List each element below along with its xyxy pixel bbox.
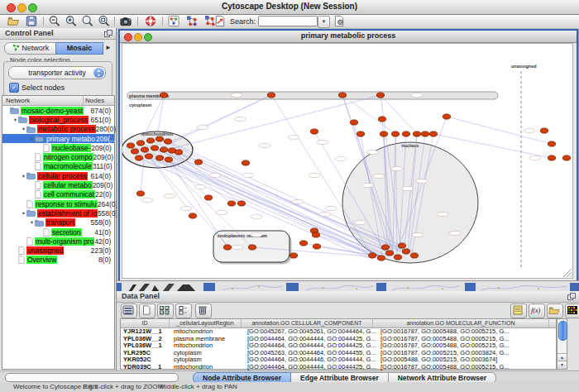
table-cell[interactable]: [GO:0016787, GO:0005488, GO:0005215, G..…: [378, 328, 556, 336]
tab-network[interactable]: Network: [4, 42, 57, 55]
network-node[interactable]: [421, 131, 428, 136]
network-node[interactable]: [127, 143, 134, 148]
compartment-plasma-membrane[interactable]: [127, 92, 498, 99]
preferences-icon[interactable]: [333, 15, 346, 27]
network-node[interactable]: [376, 93, 384, 98]
table-cell[interactable]: [GO:0044464, GO:0044444, GO:0044425, G..…: [245, 336, 378, 343]
table-cell[interactable]: YPL036W__1: [121, 342, 171, 350]
network-node[interactable]: [141, 147, 148, 152]
float-panel-icon[interactable]: [567, 293, 575, 300]
column-selector-icon[interactable]: [121, 304, 137, 318]
tree-row[interactable]: macromolecule311(0): [2, 162, 114, 171]
network-node[interactable]: [443, 114, 450, 119]
network-tree-header[interactable]: Network Nodes: [2, 96, 114, 106]
network-node[interactable]: [136, 141, 144, 146]
network-node[interactable]: [299, 241, 307, 246]
table-row[interactable]: YPL036W__1mitochondrion[GO:0044464, GO:0…: [121, 342, 556, 350]
network-node[interactable]: [402, 131, 409, 136]
tree-row[interactable]: cell communicat22(0): [2, 190, 114, 199]
table-row[interactable]: YPL036W__2plasma membrane[GO:0044464, GO…: [121, 336, 556, 343]
snapshot-icon[interactable]: [119, 15, 132, 27]
tree-row[interactable]: cellular metabo209(0): [2, 180, 114, 189]
tree-row[interactable]: ▼transport558(0): [2, 218, 114, 227]
network-node[interactable]: [394, 255, 401, 260]
network-node[interactable]: [227, 201, 235, 206]
table-cell[interactable]: [GO:0044464, GO:0044444, GO:0044425, G..…: [245, 342, 378, 350]
table-column-header[interactable]: annotation.GO MOLECULAR_FUNCTION: [373, 319, 549, 327]
tree-expand-icon[interactable]: ▼: [21, 127, 26, 131]
network-node[interactable]: [410, 253, 418, 258]
tree-expand-icon[interactable]: ▼: [12, 117, 18, 122]
table-cell[interactable]: mitochondrion: [171, 328, 245, 336]
tree-row[interactable]: ▼metabolic process280(0): [2, 125, 114, 134]
attribute-editor-icon[interactable]: [510, 304, 527, 318]
network-node[interactable]: [338, 93, 346, 98]
tree-row[interactable]: ▼cellular process614(0): [2, 171, 114, 180]
network-node[interactable]: [378, 117, 385, 122]
network-node[interactable]: [312, 232, 319, 237]
zoom-out-icon[interactable]: [48, 15, 61, 27]
network-node[interactable]: [160, 93, 167, 98]
zoom-selected-icon[interactable]: [81, 15, 94, 27]
network-node[interactable]: [377, 256, 385, 261]
network-node[interactable]: [151, 146, 158, 151]
table-cell[interactable]: [GO:0016787, GO:0005488, GO:0005215, G..…: [378, 342, 556, 350]
table-cell[interactable]: YPL036W__2: [121, 336, 171, 343]
network-node[interactable]: [146, 138, 154, 143]
tree-expand-icon[interactable]: ▼: [29, 136, 35, 141]
tree-row[interactable]: Overview8(0): [2, 256, 114, 265]
network-node[interactable]: [381, 245, 389, 250]
tab-overflow-arrow-icon[interactable]: ►: [105, 44, 112, 51]
network-node[interactable]: [548, 141, 555, 146]
network-node[interactable]: [223, 245, 231, 250]
network-node[interactable]: [402, 249, 409, 254]
tree-row[interactable]: nitrogen compo209(0): [2, 152, 114, 161]
formula-builder-icon[interactable]: f(x): [529, 304, 545, 318]
network-window-titlebar[interactable]: primary metabolic process: [120, 31, 577, 43]
float-panel-icon[interactable]: [104, 30, 112, 37]
table-row[interactable]: YKR052Ccytoplasm[GO:0044464, GO:0044446,…: [121, 356, 556, 364]
search-input[interactable]: [258, 16, 318, 26]
table-row[interactable]: YLR295Ccytoplasm[GO:0045263, GO:0044464,…: [121, 350, 556, 357]
annotation-icon[interactable]: [213, 15, 227, 27]
tree-row[interactable]: ▼primary metabo209(...: [2, 134, 114, 143]
help-icon[interactable]: [144, 15, 157, 27]
open-session-icon[interactable]: [7, 15, 20, 27]
zoom-in-icon[interactable]: [65, 15, 78, 27]
background-windows[interactable]: [117, 280, 579, 292]
network-node[interactable]: [267, 93, 275, 98]
network-node[interactable]: [156, 136, 163, 141]
layout-organic-icon[interactable]: [185, 15, 199, 27]
delete-attribute-icon[interactable]: [195, 304, 212, 318]
network-node[interactable]: [189, 213, 196, 218]
select-all-attributes-icon[interactable]: [157, 304, 174, 318]
network-node[interactable]: [290, 253, 297, 258]
network-edge[interactable]: [380, 95, 417, 134]
search-dropdown-icon[interactable]: ▼: [318, 16, 330, 28]
table-row[interactable]: YJR121W__1mitochondrion[GO:0045267, GO:0…: [121, 328, 556, 336]
table-column-header[interactable]: ID: [121, 319, 170, 327]
network-node[interactable]: [313, 244, 320, 249]
network-node[interactable]: [350, 120, 357, 125]
network-node[interactable]: [356, 131, 364, 136]
tree-row[interactable]: nucleobase-209(0): [2, 143, 114, 152]
network-node[interactable]: [310, 129, 318, 134]
table-cell[interactable]: [GO:0016787, GO:0005488, GO:0005215, G..…: [378, 336, 556, 343]
tree-expand-icon[interactable]: ▼: [21, 211, 26, 216]
network-view-window[interactable]: primary metabolic process plasma membran…: [118, 29, 578, 284]
new-attribute-icon[interactable]: [139, 304, 156, 318]
network-node[interactable]: [204, 195, 212, 200]
network-node[interactable]: [135, 155, 142, 160]
network-edge[interactable]: [174, 95, 380, 148]
network-edge[interactable]: [169, 160, 227, 247]
tree-row[interactable]: response to stimulu264(0): [2, 199, 114, 208]
network-node[interactable]: [391, 131, 399, 136]
tree-row[interactable]: unassigned223(0): [2, 246, 114, 255]
zoom-fit-icon[interactable]: [98, 15, 111, 27]
network-node[interactable]: [136, 191, 144, 196]
table-cell[interactable]: cytoplasm: [171, 350, 245, 357]
table-cell[interactable]: plasma membrane: [171, 336, 245, 343]
window-resize-grip-icon[interactable]: [563, 269, 572, 277]
network-node[interactable]: [429, 131, 437, 136]
table-cell[interactable]: [GO:0045267, GO:0045261, GO:0044464, G..…: [245, 328, 378, 336]
